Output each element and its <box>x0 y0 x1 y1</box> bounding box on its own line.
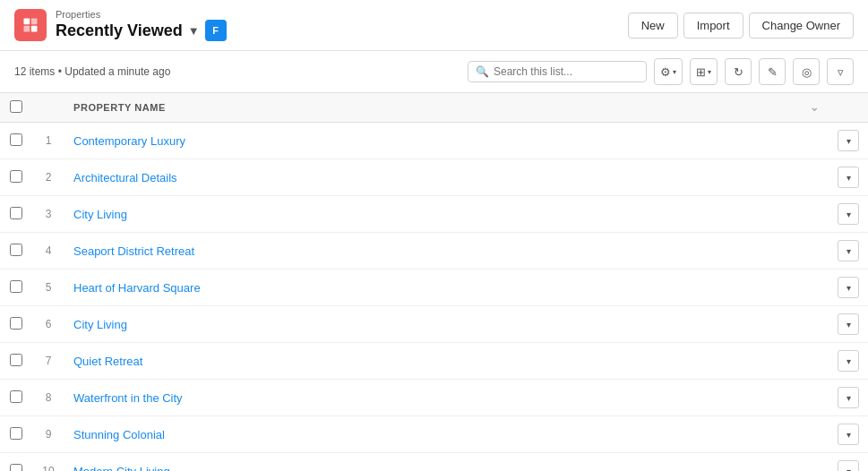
header-num-cell <box>32 93 64 123</box>
property-name-link[interactable]: Architectural Details <box>73 171 177 184</box>
table-row: 6 City Living ▾ <box>0 306 868 343</box>
header-title-group: Properties Recently Viewed ▼ F <box>56 9 628 41</box>
row-checkbox-cell <box>0 380 32 416</box>
row-property-name: City Living <box>64 306 829 343</box>
search-input[interactable] <box>494 65 639 78</box>
svg-rect-1 <box>31 19 38 25</box>
row-action-cell: ▾ <box>829 380 868 416</box>
row-dropdown-button[interactable]: ▾ <box>838 167 859 188</box>
row-action-cell: ▾ <box>829 233 868 270</box>
property-name-link[interactable]: City Living <box>73 318 127 331</box>
property-name-link[interactable]: Stunning Colonial <box>73 428 165 441</box>
view-dropdown-icon[interactable]: ▼ <box>188 24 200 38</box>
list-info: 12 items • Updated a minute ago <box>14 65 460 78</box>
row-checkbox[interactable] <box>10 464 22 472</box>
filter-button[interactable]: ▿ <box>827 58 854 85</box>
change-owner-button[interactable]: Change Owner <box>749 13 854 39</box>
row-checkbox-cell <box>0 196 32 233</box>
row-number: 1 <box>32 123 64 159</box>
row-dropdown-button[interactable]: ▾ <box>838 387 859 408</box>
property-name-link[interactable]: City Living <box>73 208 127 221</box>
row-checkbox[interactable] <box>10 244 22 256</box>
refresh-button[interactable]: ↻ <box>725 58 752 85</box>
table-row: 4 Seaport District Retreat ▾ <box>0 233 868 270</box>
user-badge[interactable]: F <box>205 20 227 41</box>
columns-dropdown-button[interactable]: ⊞ ▾ <box>690 58 718 85</box>
property-name-link[interactable]: Contemporary Luxury <box>73 134 185 148</box>
row-action-cell: ▾ <box>829 453 868 472</box>
property-name-link[interactable]: Waterfront in the City <box>73 391 183 405</box>
column-sort-icon[interactable]: ⌄ <box>810 101 820 114</box>
row-checkbox[interactable] <box>10 354 22 366</box>
search-icon: 🔍 <box>476 65 489 78</box>
property-name-link[interactable]: Seaport District Retreat <box>73 244 194 258</box>
row-checkbox[interactable] <box>10 427 22 440</box>
row-checkbox-cell <box>0 233 32 270</box>
row-checkbox-cell <box>0 453 32 472</box>
row-number: 3 <box>32 196 64 233</box>
gear-icon: ⚙ <box>660 65 671 79</box>
row-property-name: Quiet Retreat <box>64 343 829 380</box>
svg-rect-3 <box>31 26 38 32</box>
select-all-checkbox[interactable] <box>10 100 22 113</box>
property-name-link[interactable]: Quiet Retreat <box>73 355 142 368</box>
row-property-name: Seaport District Retreat <box>64 233 829 270</box>
import-button[interactable]: Import <box>683 13 743 39</box>
row-checkbox[interactable] <box>10 390 22 403</box>
row-dropdown-button[interactable]: ▾ <box>838 350 859 372</box>
property-name-link[interactable]: Modern City Living <box>73 465 170 472</box>
row-checkbox-cell <box>0 159 32 196</box>
row-dropdown-button[interactable]: ▾ <box>838 240 859 261</box>
row-number: 4 <box>32 233 64 270</box>
row-checkbox[interactable] <box>10 207 22 219</box>
row-property-name: Stunning Colonial <box>64 416 829 453</box>
row-dropdown-button[interactable]: ▾ <box>838 424 859 445</box>
row-property-name: City Living <box>64 196 829 233</box>
header-property-name-cell: PROPERTY NAME ⌄ <box>64 93 829 123</box>
row-dropdown-button[interactable]: ▾ <box>838 277 859 298</box>
row-number: 8 <box>32 380 64 416</box>
row-checkbox-cell <box>0 123 32 159</box>
svg-rect-0 <box>24 19 30 25</box>
row-dropdown-button[interactable]: ▾ <box>838 130 859 151</box>
app-logo <box>14 9 47 41</box>
row-dropdown-button[interactable]: ▾ <box>838 313 859 335</box>
new-button[interactable]: New <box>628 13 678 39</box>
properties-table: PROPERTY NAME ⌄ 1 Contemporary Luxury ▾ <box>0 93 868 471</box>
properties-table-container: PROPERTY NAME ⌄ 1 Contemporary Luxury ▾ <box>0 93 868 471</box>
row-number: 7 <box>32 343 64 380</box>
search-box[interactable]: 🔍 <box>468 61 647 82</box>
grid-caret-icon: ▾ <box>708 68 711 76</box>
header-action-cell <box>829 93 868 123</box>
table-row: 8 Waterfront in the City ▾ <box>0 380 868 416</box>
app-name: Properties <box>56 9 628 20</box>
table-row: 9 Stunning Colonial ▾ <box>0 416 868 453</box>
table-row: 5 Heart of Harvard Square ▾ <box>0 270 868 306</box>
row-dropdown-button[interactable]: ▾ <box>838 460 859 471</box>
row-number: 9 <box>32 416 64 453</box>
row-number: 5 <box>32 270 64 306</box>
row-checkbox[interactable] <box>10 317 22 330</box>
edit-button[interactable]: ✎ <box>759 58 786 85</box>
row-checkbox[interactable] <box>10 133 22 146</box>
table-body: 1 Contemporary Luxury ▾ 2 Architectural … <box>0 123 868 472</box>
row-checkbox[interactable] <box>10 280 22 293</box>
grid-icon: ⊞ <box>696 65 706 79</box>
row-checkbox[interactable] <box>10 170 22 183</box>
row-number: 2 <box>32 159 64 196</box>
row-checkbox-cell <box>0 306 32 343</box>
header-checkbox-cell <box>0 93 32 123</box>
table-header-row: PROPERTY NAME ⌄ <box>0 93 868 123</box>
gear-dropdown-button[interactable]: ⚙ ▾ <box>654 58 683 85</box>
row-property-name: Waterfront in the City <box>64 380 829 416</box>
row-action-cell: ▾ <box>829 196 868 233</box>
circle-button[interactable]: ◎ <box>793 58 820 85</box>
property-name-link[interactable]: Heart of Harvard Square <box>73 281 201 295</box>
app-header: Properties Recently Viewed ▼ F New Impor… <box>0 0 868 51</box>
row-property-name: Contemporary Luxury <box>64 123 829 159</box>
row-checkbox-cell <box>0 270 32 306</box>
table-row: 7 Quiet Retreat ▾ <box>0 343 868 380</box>
row-dropdown-button[interactable]: ▾ <box>838 203 859 225</box>
row-number: 10 <box>32 453 64 472</box>
row-action-cell: ▾ <box>829 159 868 196</box>
